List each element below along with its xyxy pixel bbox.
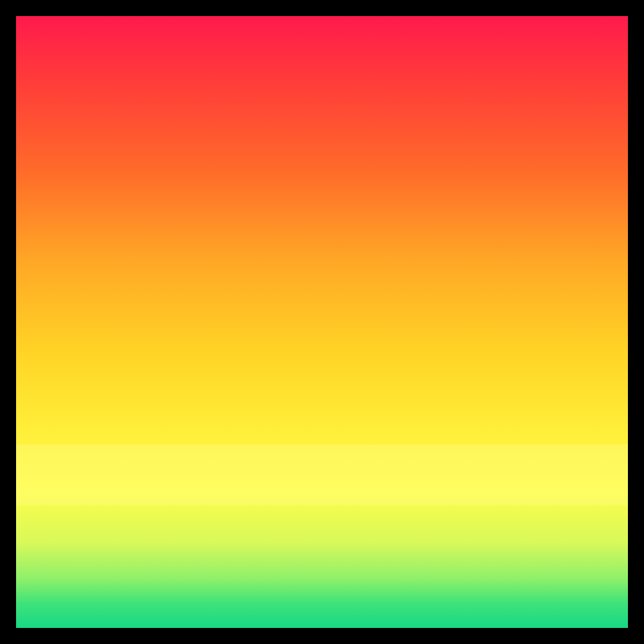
chart-svg: [16, 16, 628, 628]
chart-frame: [0, 0, 644, 644]
plot-area: [16, 16, 628, 628]
